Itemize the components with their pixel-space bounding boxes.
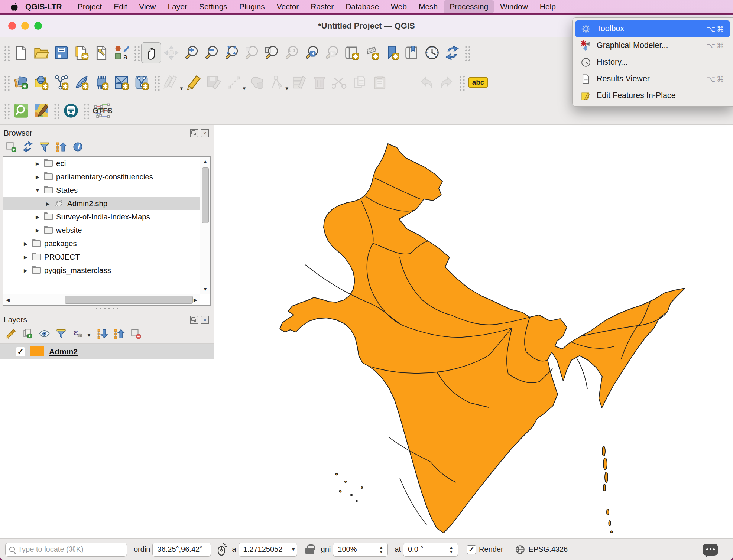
expander-icon[interactable]: ▶ <box>35 174 40 180</box>
crs-status[interactable]: EPSG:4326 <box>515 544 568 555</box>
pan-map-button[interactable] <box>141 42 161 63</box>
scroll-thumb[interactable] <box>202 167 209 223</box>
browser-close-button[interactable]: × <box>201 129 209 137</box>
render-checkbox[interactable]: ✓ <box>467 545 476 554</box>
tree-item-packages[interactable]: ▶ packages <box>3 237 200 250</box>
properties-widget-button[interactable] <box>72 141 84 153</box>
toolbar-drag-handle[interactable] <box>82 102 89 119</box>
pan-to-selection-button[interactable] <box>161 42 181 63</box>
menu-settings[interactable]: Settings <box>193 0 233 13</box>
current-edits-button[interactable] <box>161 72 181 93</box>
browser-float-button[interactable] <box>190 129 198 137</box>
new-spatialite-layer-button[interactable] <box>71 72 91 93</box>
scroll-up-arrow[interactable]: ▲ <box>203 157 208 166</box>
expander-icon[interactable]: ▶ <box>35 214 40 220</box>
filter-expression-button[interactable] <box>72 328 84 339</box>
rotation-spinner[interactable]: ▲▼ <box>445 545 453 554</box>
expand-all-layers-button[interactable] <box>97 328 108 339</box>
menu-item-toolbox[interactable]: Toolbox ⌥⌘ <box>575 20 730 37</box>
zoom-full-extent-button[interactable] <box>221 42 241 63</box>
expander-icon[interactable]: ▶ <box>35 228 40 233</box>
gtfs-plugin-button[interactable]: GTFS <box>91 100 114 121</box>
tree-item-admin2-shp[interactable]: ▶ Admin2.shp <box>3 197 200 210</box>
messages-button[interactable] <box>703 544 718 556</box>
toolbar-drag-handle[interactable] <box>3 74 10 91</box>
resize-grip[interactable] <box>723 550 732 559</box>
add-group-button[interactable] <box>22 328 33 339</box>
add-selected-layers-button[interactable] <box>5 141 17 153</box>
expander-icon[interactable]: ▶ <box>35 161 40 166</box>
layer-color-swatch[interactable] <box>30 346 44 356</box>
menu-window[interactable]: Window <box>494 0 534 13</box>
layers-float-button[interactable] <box>190 316 198 324</box>
filter-legend-button[interactable] <box>55 328 67 339</box>
add-line-feature-button[interactable] <box>224 72 244 93</box>
close-window-button[interactable] <box>8 22 16 30</box>
toggle-editing-button[interactable] <box>184 72 204 93</box>
toolbar-drag-handle[interactable] <box>133 45 140 61</box>
delete-selected-button[interactable] <box>309 72 330 93</box>
coordinate-box[interactable]: 36.25°,96.42° <box>152 543 211 557</box>
magnifier-box[interactable]: 100% ▲▼ <box>333 543 388 557</box>
panel-splitter[interactable] <box>0 306 214 312</box>
zoom-in-button[interactable] <box>181 42 201 63</box>
layer-visibility-checkbox[interactable]: ✓ <box>16 347 25 356</box>
collapse-all-layers-button[interactable] <box>113 328 125 339</box>
data-source-manager-button[interactable] <box>11 72 31 93</box>
extents-mouse-icon[interactable] <box>215 543 228 556</box>
expander-icon[interactable]: ▼ <box>35 188 40 193</box>
menu-vector[interactable]: Vector <box>271 0 305 13</box>
menu-item-graphical-modeler[interactable]: Graphical Modeler... ⌥⌘ <box>575 37 730 54</box>
add-polygon-feature-button[interactable] <box>247 72 267 93</box>
filter-expression-dropdown-arrow[interactable]: ▼ <box>87 332 91 339</box>
expander-icon[interactable]: ▶ <box>45 201 51 206</box>
app-name[interactable]: QGIS-LTR <box>25 2 62 11</box>
tree-item-project[interactable]: ▶ PROJECT <box>3 250 200 264</box>
collapse-all-browser-button[interactable] <box>55 141 67 153</box>
menu-processing[interactable]: Processing <box>444 0 494 13</box>
menu-item-history[interactable]: History... <box>575 54 730 71</box>
tree-item-pyqgis-masterclass[interactable]: ▶ pyqgis_masterclass <box>3 264 200 277</box>
new-project-button[interactable] <box>11 42 31 63</box>
layer-name[interactable]: Admin2 <box>49 347 78 356</box>
scroll-down-arrow[interactable]: ▼ <box>203 284 208 294</box>
style-manager-button[interactable]: a <box>111 42 132 63</box>
toolbar-drag-handle[interactable] <box>3 102 10 119</box>
menu-mesh[interactable]: Mesh <box>413 0 444 13</box>
undo-button[interactable] <box>416 72 437 93</box>
zoom-next-button[interactable] <box>322 42 342 63</box>
temporal-controller-button[interactable] <box>422 42 442 63</box>
menu-item-results-viewer[interactable]: Results Viewer ⌥⌘ <box>575 71 730 87</box>
layer-labeling-button[interactable]: abc <box>466 72 490 93</box>
tree-item-website[interactable]: ▶ website <box>3 224 200 237</box>
filter-browser-button[interactable] <box>39 141 50 153</box>
scale-box[interactable]: 1:27125052 ▼ <box>239 543 297 557</box>
show-layout-manager-button[interactable] <box>91 42 111 63</box>
vertex-tool-button[interactable] <box>267 72 287 93</box>
menu-edit[interactable]: Edit <box>108 0 133 13</box>
scale-dropdown-arrow[interactable]: ▼ <box>287 543 296 556</box>
zoom-native-resolution-button[interactable]: 1:1 <box>282 42 302 63</box>
save-project-button[interactable] <box>51 42 71 63</box>
toolbar-drag-handle[interactable] <box>153 74 160 91</box>
zoom-to-selection-button[interactable] <box>241 42 262 63</box>
zoom-last-button[interactable] <box>302 42 322 63</box>
new-map-view-button[interactable] <box>342 42 362 63</box>
cut-features-button[interactable] <box>330 72 350 93</box>
menu-layer[interactable]: Layer <box>162 0 193 13</box>
toolbar-drag-handle[interactable] <box>3 45 10 61</box>
transit-plugin-button[interactable] <box>61 100 81 121</box>
map-canvas[interactable] <box>214 125 733 538</box>
refresh-map-button[interactable] <box>442 42 462 63</box>
open-layer-styling-button[interactable] <box>5 328 17 339</box>
layers-close-button[interactable]: × <box>201 316 209 324</box>
menu-database[interactable]: Database <box>340 0 385 13</box>
map-edit-plugin-button[interactable] <box>31 100 51 121</box>
magnifier-spinner[interactable]: ▲▼ <box>375 545 383 554</box>
new-spatial-bookmark-button[interactable] <box>382 42 402 63</box>
expander-icon[interactable]: ▶ <box>23 268 29 273</box>
copy-features-button[interactable] <box>350 72 370 93</box>
paste-features-button[interactable] <box>370 72 390 93</box>
scroll-left-arrow[interactable]: ◀ <box>3 297 12 303</box>
rotation-box[interactable]: 0.0 ° ▲▼ <box>403 543 458 557</box>
